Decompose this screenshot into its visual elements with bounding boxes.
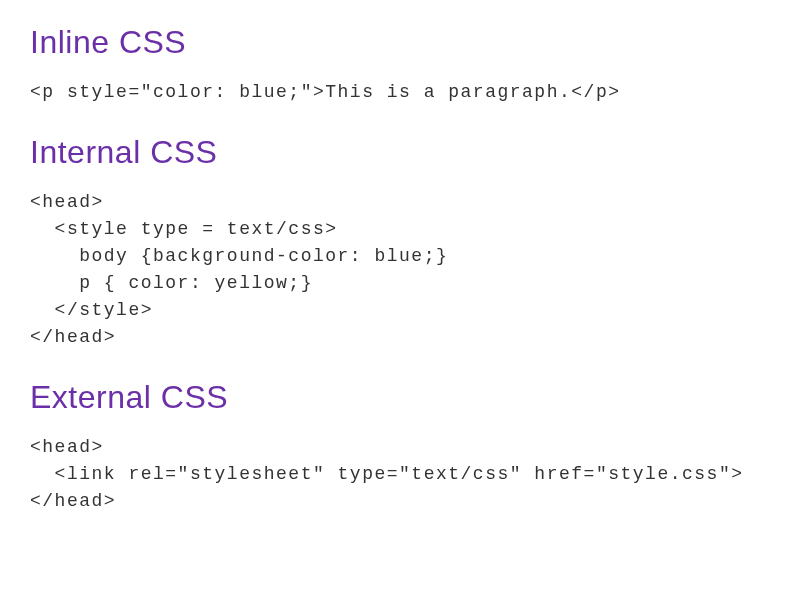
heading-internal-css: Internal CSS xyxy=(30,134,770,171)
heading-external-css: External CSS xyxy=(30,379,770,416)
heading-inline-css: Inline CSS xyxy=(30,24,770,61)
code-inline-css: <p style="color: blue;">This is a paragr… xyxy=(30,79,770,106)
section-inline-css: Inline CSS <p style="color: blue;">This … xyxy=(30,24,770,106)
code-external-css: <head> <link rel="stylesheet" type="text… xyxy=(30,434,770,515)
code-internal-css: <head> <style type = text/css> body {bac… xyxy=(30,189,770,351)
section-external-css: External CSS <head> <link rel="styleshee… xyxy=(30,379,770,515)
section-internal-css: Internal CSS <head> <style type = text/c… xyxy=(30,134,770,351)
